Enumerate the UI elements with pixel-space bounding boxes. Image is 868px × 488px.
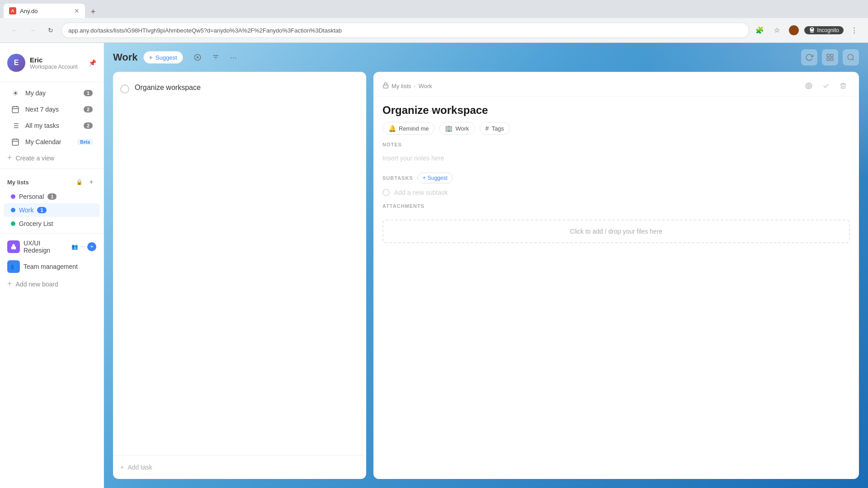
trash-icon[interactable] <box>836 79 850 93</box>
sidebar-item-team-management[interactable]: 👥 Team management <box>0 257 104 276</box>
sidebar-item-work[interactable]: Work 1 <box>4 203 100 217</box>
svg-point-25 <box>848 54 853 60</box>
add-task-button[interactable]: + Add task <box>120 461 359 474</box>
suggest-button[interactable]: + Suggest <box>143 51 183 64</box>
svg-point-29 <box>807 84 811 88</box>
svg-rect-23 <box>827 58 829 61</box>
attachments-section: ATTACHMENTS <box>373 203 859 220</box>
sidebar-item-label: Grocery List <box>19 220 53 227</box>
add-subtask-row[interactable]: Add a new subtask <box>382 189 850 196</box>
sidebar-item-all-tasks[interactable]: All my tasks 2 <box>4 117 100 134</box>
work-dot <box>11 208 15 212</box>
more-icon[interactable]: ⋯ <box>80 244 85 250</box>
table-row: Organize workspace <box>120 79 359 98</box>
sidebar-item-label: Personal <box>19 193 44 200</box>
suggest-label: Suggest <box>156 54 177 61</box>
remind-me-label: Remind me <box>399 125 429 132</box>
task-checkbox[interactable] <box>120 84 129 94</box>
search-icon[interactable] <box>843 49 859 66</box>
subtasks-section: SUBTASKS + Suggest Add a new subtask <box>373 173 859 203</box>
app-container: E Eric Workspace Account 📌 ☀ My day 1 Ne… <box>0 43 868 488</box>
remind-me-tag[interactable]: 🔔 Remind me <box>382 122 434 135</box>
target-icon[interactable] <box>802 79 816 93</box>
menu-icon[interactable]: ⋮ <box>847 23 861 37</box>
url-text: app.any.do/tasks/lists/iG98HTIvgh9piAhmb… <box>68 27 342 34</box>
add-board-button[interactable]: + Add new board <box>0 276 104 292</box>
sidebar: E Eric Workspace Account 📌 ☀ My day 1 Ne… <box>0 43 104 488</box>
svg-point-30 <box>808 85 810 87</box>
svg-rect-14 <box>11 246 16 249</box>
next-7-badge: 2 <box>84 106 93 113</box>
sort-button[interactable] <box>208 50 223 65</box>
add-task-label: Add task <box>127 464 152 471</box>
pin-icon[interactable]: 📌 <box>89 59 96 66</box>
create-view-label: Create a view <box>16 155 55 162</box>
lists-lock-icon: 🔒 <box>76 179 83 185</box>
create-view-button[interactable]: + Create a view <box>0 150 104 166</box>
attachments-drop-zone[interactable]: Click to add / drop your files here <box>382 220 850 243</box>
svg-line-26 <box>852 59 854 60</box>
sidebar-item-calendar[interactable]: My Calendar Beta <box>4 134 100 150</box>
work-tag[interactable]: 🏢 Work <box>439 122 475 135</box>
close-button[interactable] <box>190 50 205 65</box>
profile-icon[interactable] <box>787 23 801 37</box>
sidebar-item-my-day[interactable]: ☀ My day 1 <box>4 85 100 101</box>
user-profile[interactable]: E Eric Workspace Account 📌 <box>0 50 104 79</box>
notes-input[interactable]: Insert your notes here <box>382 151 850 165</box>
svg-rect-0 <box>12 107 19 113</box>
sidebar-item-grocery[interactable]: Grocery List <box>4 217 100 230</box>
personal-dot <box>11 194 15 199</box>
sidebar-item-ux-ui[interactable]: UX/UI Redesign 👥 ⋯ + <box>0 236 104 257</box>
breadcrumb-current[interactable]: Work <box>419 83 432 89</box>
my-lists-label: My lists <box>7 179 72 186</box>
subtasks-header: SUBTASKS + Suggest <box>382 173 850 183</box>
subtask-suggest-label: Suggest <box>428 175 448 181</box>
sidebar-item-personal[interactable]: Personal 1 <box>4 190 100 203</box>
check-icon[interactable] <box>819 79 833 93</box>
close-tab-icon[interactable]: ✕ <box>74 7 80 14</box>
add-list-button[interactable]: + <box>86 177 96 187</box>
back-button: ← <box>7 23 22 38</box>
my-lists-section: My lists 🔒 + <box>0 172 104 190</box>
tags-tag[interactable]: # Tags <box>480 122 510 135</box>
detail-tags: 🔔 Remind me 🏢 Work # Tags <box>373 122 859 142</box>
subtask-suggest-button[interactable]: + Suggest <box>418 173 453 183</box>
my-day-badge: 1 <box>84 90 93 96</box>
tags-label: Tags <box>491 125 504 132</box>
svg-rect-10 <box>12 139 19 145</box>
notes-section: NOTES Insert your notes here <box>373 142 859 173</box>
subtask-suggest-plus: + <box>423 175 426 181</box>
incognito-badge: Incognito <box>804 26 844 34</box>
header-actions: ⋯ <box>190 50 241 65</box>
active-tab[interactable]: A Any.do ✕ <box>4 4 85 18</box>
sidebar-item-next-7-days[interactable]: Next 7 days 2 <box>4 101 100 117</box>
sidebar-item-label: My day <box>25 89 78 97</box>
sidebar-divider-3 <box>0 233 104 234</box>
main-content: Work + Suggest ⋯ <box>104 43 868 488</box>
breadcrumb-lists[interactable]: My lists <box>392 83 411 89</box>
suggest-plus-icon: + <box>149 54 153 61</box>
task-area: Organize workspace + Add task <box>104 72 868 488</box>
people-icon: 👥 <box>71 244 78 250</box>
sidebar-item-label: My Calendar <box>25 138 72 145</box>
svg-rect-22 <box>831 54 833 56</box>
new-tab-button[interactable]: + <box>87 5 99 18</box>
layout-icon[interactable] <box>822 49 838 66</box>
add-task-icon: + <box>120 464 124 471</box>
extensions-icon[interactable]: 🧩 <box>753 23 766 37</box>
svg-rect-24 <box>831 58 833 61</box>
attachments-placeholder: Click to add / drop your files here <box>570 228 663 235</box>
address-bar[interactable]: app.any.do/tasks/lists/iG98HTIvgh9piAhmb… <box>61 23 749 38</box>
refresh-icon[interactable] <box>801 49 817 66</box>
bell-icon: 🔔 <box>388 125 396 132</box>
breadcrumb-lock-icon <box>382 82 389 90</box>
svg-rect-21 <box>827 54 829 56</box>
more-options-button[interactable]: ⋯ <box>226 50 241 65</box>
add-member-icon[interactable]: + <box>87 242 96 251</box>
user-name: Eric <box>30 56 84 64</box>
reload-button[interactable]: ↻ <box>43 23 58 38</box>
forward-button: → <box>25 23 40 38</box>
attachments-section-label: ATTACHMENTS <box>382 203 850 209</box>
grocery-dot <box>11 221 15 226</box>
bookmark-star-icon[interactable]: ☆ <box>770 23 783 37</box>
